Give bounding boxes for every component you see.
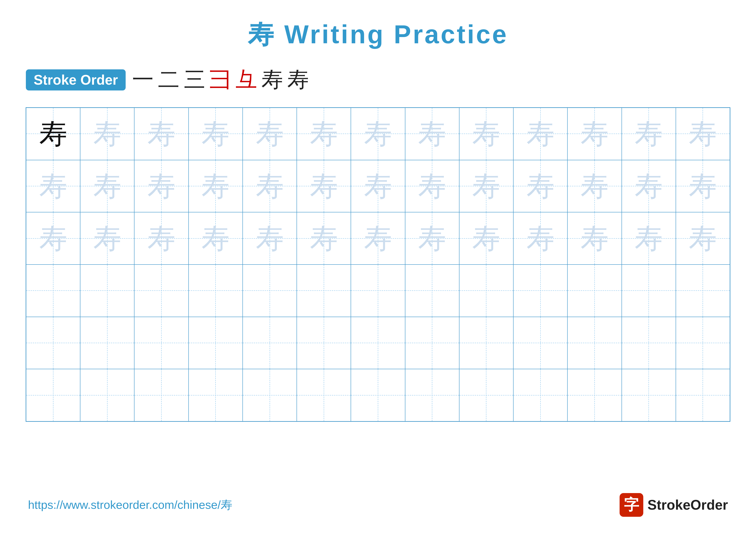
grid-cell: 寿 — [622, 108, 676, 160]
practice-char: 寿 — [635, 172, 663, 200]
grid-cell: 寿 — [567, 160, 622, 213]
grid-cell: 寿 — [459, 212, 513, 265]
practice-char: 寿 — [580, 120, 608, 148]
grid-cell — [459, 265, 513, 317]
stroke-4: 彐 — [210, 65, 231, 94]
practice-char: 寿 — [39, 120, 67, 148]
grid-cell — [513, 265, 567, 317]
practice-char: 寿 — [256, 224, 284, 252]
grid-cell: 寿 — [622, 160, 676, 213]
grid-cell: 寿 — [189, 212, 243, 265]
grid-cell — [134, 317, 188, 369]
grid-cell: 寿 — [513, 160, 567, 213]
grid-cell — [297, 317, 351, 369]
grid-cell — [405, 317, 459, 369]
grid-cell — [80, 317, 134, 369]
grid-cell: 寿 — [243, 160, 297, 213]
practice-char: 寿 — [580, 224, 608, 252]
grid-cell: 寿 — [26, 108, 80, 160]
grid-cell: 寿 — [459, 160, 513, 213]
stroke-chars: 一 二 三 彐 彑 寿 寿 — [132, 65, 309, 94]
practice-char: 寿 — [39, 224, 67, 252]
grid-cell — [567, 369, 622, 421]
practice-char: 寿 — [689, 120, 717, 148]
footer: https://www.strokeorder.com/chinese/寿 字 … — [0, 493, 756, 517]
grid-cell — [676, 317, 730, 369]
practice-char: 寿 — [418, 172, 446, 200]
practice-char: 寿 — [310, 172, 338, 200]
grid-cell: 寿 — [297, 212, 351, 265]
practice-char: 寿 — [635, 120, 663, 148]
grid-cell — [189, 265, 243, 317]
grid-cell: 寿 — [26, 160, 80, 213]
grid-cell: 寿 — [676, 212, 730, 265]
grid-cell: 寿 — [567, 212, 622, 265]
practice-char: 寿 — [93, 172, 121, 200]
logo-text: StrokeOrder — [648, 497, 728, 513]
practice-char: 寿 — [39, 172, 67, 200]
practice-char: 寿 — [689, 224, 717, 252]
page-title: 寿 Writing Practice — [248, 17, 508, 52]
grid-cell — [134, 265, 188, 317]
practice-char: 寿 — [472, 172, 500, 200]
grid-cell — [26, 369, 80, 421]
practice-char: 寿 — [256, 120, 284, 148]
grid-cell: 寿 — [80, 160, 134, 213]
grid-cell: 寿 — [676, 108, 730, 160]
grid-cell: 寿 — [189, 160, 243, 213]
practice-char: 寿 — [364, 224, 392, 252]
practice-char: 寿 — [580, 172, 608, 200]
grid-cell: 寿 — [134, 212, 188, 265]
grid-cell — [189, 317, 243, 369]
grid-cell — [243, 265, 297, 317]
grid-cell — [405, 265, 459, 317]
grid-cell — [513, 317, 567, 369]
stroke-order-row: Stroke Order 一 二 三 彐 彑 寿 寿 — [26, 65, 309, 94]
practice-char: 寿 — [202, 224, 230, 252]
grid-cell — [80, 265, 134, 317]
grid-cell — [351, 265, 405, 317]
grid-cell — [26, 265, 80, 317]
stroke-6: 寿 — [261, 65, 283, 94]
grid-cell — [676, 265, 730, 317]
practice-char: 寿 — [148, 120, 176, 148]
grid-cell: 寿 — [297, 160, 351, 213]
stroke-7: 寿 — [287, 65, 309, 94]
grid-cell: 寿 — [243, 108, 297, 160]
practice-char: 寿 — [472, 224, 500, 252]
grid-cell: 寿 — [676, 160, 730, 213]
grid-cell — [622, 265, 676, 317]
practice-char: 寿 — [472, 120, 500, 148]
grid-cell — [351, 369, 405, 421]
practice-char: 寿 — [93, 120, 121, 148]
grid-cell — [513, 369, 567, 421]
logo-icon: 字 — [620, 493, 643, 517]
practice-char: 寿 — [526, 224, 554, 252]
grid-cell — [351, 317, 405, 369]
footer-logo: 字 StrokeOrder — [620, 493, 728, 517]
practice-char: 寿 — [93, 224, 121, 252]
stroke-5: 彑 — [235, 65, 257, 94]
stroke-order-badge: Stroke Order — [26, 69, 126, 90]
practice-char: 寿 — [310, 224, 338, 252]
grid-cell: 寿 — [405, 108, 459, 160]
practice-char: 寿 — [689, 172, 717, 200]
grid-cell: 寿 — [134, 160, 188, 213]
practice-char: 寿 — [148, 172, 176, 200]
footer-url[interactable]: https://www.strokeorder.com/chinese/寿 — [28, 497, 232, 513]
grid-cell: 寿 — [26, 212, 80, 265]
grid-cell — [243, 317, 297, 369]
practice-char: 寿 — [418, 120, 446, 148]
grid-cell — [459, 317, 513, 369]
grid-cell: 寿 — [351, 212, 405, 265]
grid-cell: 寿 — [567, 108, 622, 160]
grid-cell: 寿 — [622, 212, 676, 265]
practice-char: 寿 — [256, 172, 284, 200]
grid-cell — [567, 317, 622, 369]
practice-char: 寿 — [364, 172, 392, 200]
grid-cell: 寿 — [351, 108, 405, 160]
stroke-3: 三 — [184, 65, 205, 94]
grid-cell — [80, 369, 134, 421]
grid-cell: 寿 — [513, 212, 567, 265]
practice-char: 寿 — [202, 172, 230, 200]
